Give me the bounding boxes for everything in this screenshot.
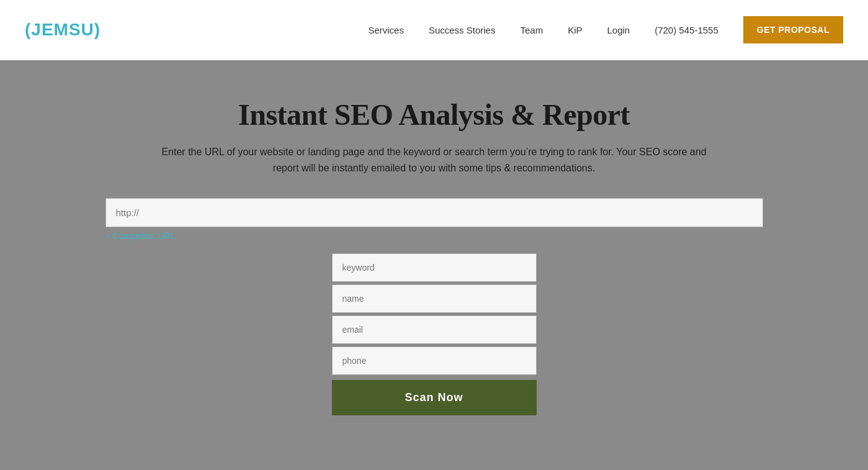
logo-prefix: ( (25, 20, 31, 39)
logo-accent: SU (69, 20, 94, 39)
site-logo[interactable]: (JEMSU) (25, 20, 101, 40)
keyword-input[interactable] (332, 253, 537, 282)
nav-services[interactable]: Services (368, 25, 404, 35)
hero-section: Instant SEO Analysis & Report Enter the … (0, 60, 868, 470)
logo-main: JEM (31, 20, 69, 39)
nav-login[interactable]: Login (607, 25, 630, 35)
phone-input[interactable] (332, 346, 537, 375)
hero-description: Enter the URL of your website or landing… (155, 144, 714, 176)
get-proposal-button[interactable]: GET PROPOSAL (743, 16, 843, 43)
nav-team[interactable]: Team (520, 25, 543, 35)
nav-kip[interactable]: KiP (568, 25, 582, 35)
scan-now-button[interactable]: Scan Now (332, 380, 537, 415)
nav-success-stories[interactable]: Success Stories (429, 25, 496, 35)
main-nav: Services Success Stories Team KiP Login … (368, 16, 843, 43)
competitor-url-link[interactable]: + Competitor URL (105, 231, 763, 241)
url-input[interactable] (105, 198, 763, 227)
phone-number: (720) 545-1555 (655, 25, 718, 35)
email-input[interactable] (332, 315, 537, 344)
url-row (105, 198, 763, 227)
form-lower: Scan Now (105, 253, 763, 415)
hero-title: Instant SEO Analysis & Report (238, 97, 630, 132)
site-header: (JEMSU) Services Success Stories Team Ki… (0, 0, 868, 60)
hero-content: Instant SEO Analysis & Report Enter the … (93, 97, 776, 415)
logo-suffix: ) (94, 20, 101, 39)
name-input[interactable] (332, 284, 537, 313)
seo-form: + Competitor URL Scan Now (105, 198, 763, 415)
right-fields: Scan Now (332, 253, 537, 415)
